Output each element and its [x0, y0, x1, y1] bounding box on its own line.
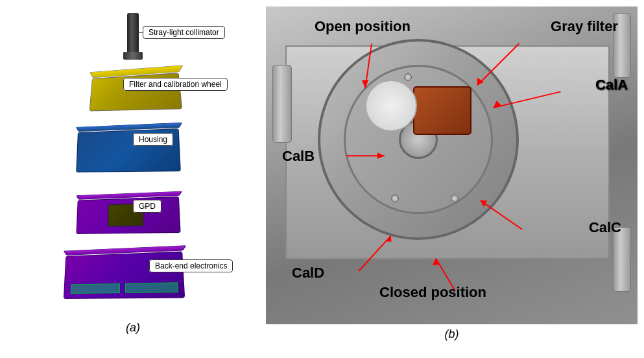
backend-label-text: Back-end electronics — [149, 259, 233, 272]
left-panel: Stray-light collimator Filter and calibr… — [6, 6, 259, 350]
collimator-label-text: Stray-light collimator — [143, 26, 225, 39]
backend-body — [64, 251, 185, 298]
gray-filter-label: Gray filter — [551, 18, 618, 35]
collimator-label: Stray-light collimator — [143, 26, 225, 38]
backend-inner — [70, 280, 178, 295]
housing-top — [76, 123, 182, 132]
backend-top — [64, 245, 186, 255]
photo-background: Open position Gray filter CalA CalB CalC… — [266, 6, 638, 324]
svg-line-10 — [359, 236, 390, 271]
closed-position-label: Closed position — [379, 284, 486, 301]
svg-marker-9 — [481, 200, 487, 207]
backend-label: Back-end electronics — [149, 259, 233, 271]
svg-marker-7 — [377, 152, 385, 159]
filter-label: Filter and calibration wheel — [123, 78, 228, 90]
cad-scene: Stray-light collimator Filter and calibr… — [23, 13, 243, 311]
svg-line-8 — [481, 200, 522, 229]
cad-diagram: Stray-light collimator Filter and calibr… — [10, 6, 256, 318]
svg-marker-5 — [494, 101, 502, 108]
photo-overlay: Open position Gray filter CalA CalB CalC… — [266, 6, 638, 324]
gpd-label-text: GPD — [133, 200, 161, 213]
filter-label-text: Filter and calibration wheel — [123, 78, 228, 91]
housing-label: Housing — [133, 133, 173, 145]
gpd-body — [76, 197, 180, 234]
svg-line-2 — [477, 43, 519, 85]
svg-line-0 — [365, 43, 372, 88]
svg-marker-1 — [362, 80, 368, 89]
backend-rect-2 — [125, 282, 178, 293]
filter-top — [89, 65, 183, 78]
gpd-component — [75, 198, 178, 233]
main-container: Stray-light collimator Filter and calibr… — [0, 0, 644, 358]
calD-label: CalD — [292, 265, 324, 281]
gpd-label: GPD — [133, 200, 161, 211]
calA-label: CalA — [595, 77, 628, 93]
svg-marker-11 — [387, 236, 392, 242]
left-caption: (a) — [126, 321, 140, 335]
backend-rect-1 — [71, 283, 120, 293]
svg-marker-13 — [433, 258, 439, 265]
housing-label-text: Housing — [133, 133, 173, 146]
right-caption: (b) — [445, 328, 459, 341]
gpd-top — [76, 191, 182, 200]
svg-marker-3 — [477, 78, 484, 86]
calC-label: CalC — [589, 219, 621, 236]
open-position-label: Open position — [315, 18, 411, 35]
svg-line-4 — [494, 91, 561, 108]
photo-area: Open position Gray filter CalA CalB CalC… — [266, 6, 638, 324]
collimator-component — [123, 13, 143, 60]
calB-label: CalB — [282, 148, 315, 165]
right-panel: Open position Gray filter CalA CalB CalC… — [266, 6, 638, 350]
collimator-cylinder-base — [123, 52, 143, 60]
